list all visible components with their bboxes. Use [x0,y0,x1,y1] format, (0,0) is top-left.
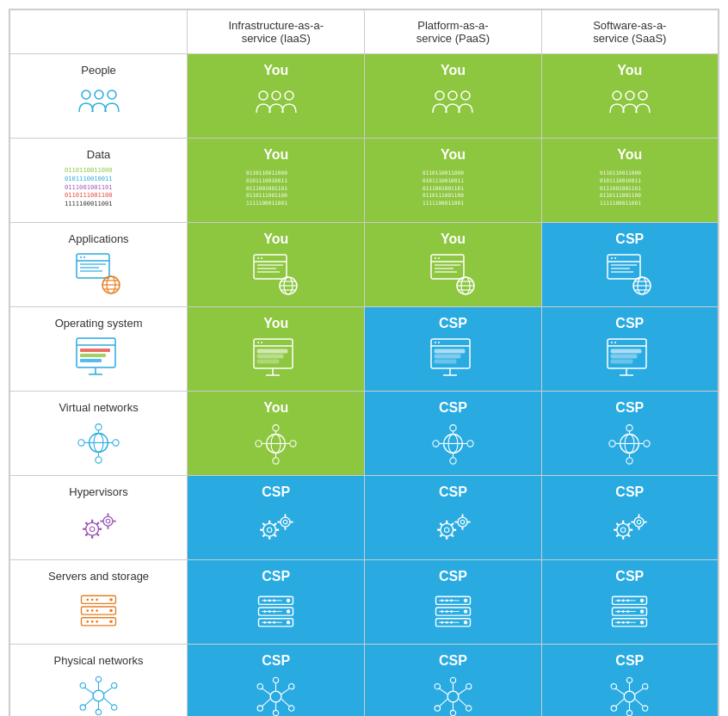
svg-point-238 [287,599,290,602]
svg-point-240 [264,599,267,602]
cell-os-paas: CSP [365,307,541,392]
svg-rect-92 [257,355,283,358]
svg-line-315 [281,688,289,694]
cell-icon-people-iaas [250,82,302,129]
row-icon-physnet [17,672,180,717]
svg-point-252 [264,620,267,623]
svg-point-206 [617,523,630,536]
cell-icon-applications-iaas [250,250,302,298]
svg-point-207 [621,528,626,533]
cell-icon-os-paas [427,335,478,382]
svg-point-259 [446,599,448,602]
svg-line-164 [85,522,88,525]
svg-point-314 [289,705,294,710]
svg-line-215 [617,534,620,536]
svg-line-313 [281,699,289,706]
svg-point-217 [638,520,642,524]
svg-point-226 [96,598,98,601]
cell-icon-network-iaas [250,419,302,466]
cell-icon-os-saas [604,335,656,382]
svg-text:0110110011000: 0110110011000 [65,166,113,174]
svg-text:0110110011000: 0110110011000 [423,170,464,176]
svg-text:0110110011000: 0110110011000 [600,170,641,176]
cell-data-iaas: You 011011001100001011100100110111001001… [188,139,365,223]
svg-point-265 [446,610,448,613]
svg-point-295 [80,682,85,688]
svg-point-119 [113,440,119,446]
cell-os-saas: CSP [541,307,718,392]
svg-line-182 [275,522,277,525]
svg-point-262 [464,609,467,613]
row-icon-data: 0110110011000010111001001101110010011010… [17,166,180,213]
svg-point-274 [641,599,645,602]
svg-point-123 [96,457,102,463]
svg-text:1111100011001: 1111100011001 [600,200,641,206]
cell-icon-network-saas [604,419,656,466]
svg-line-339 [635,699,643,706]
svg-rect-91 [257,349,287,353]
svg-rect-82 [80,349,110,352]
svg-point-134 [273,457,279,463]
svg-text:1111100011001: 1111100011001 [65,200,113,207]
svg-point-282 [618,610,620,613]
svg-point-236 [96,620,98,623]
svg-rect-109 [611,349,641,353]
svg-point-332 [627,677,632,682]
svg-point-270 [441,620,443,623]
svg-point-168 [103,516,113,526]
svg-text:0101110010011: 0101110010011 [423,177,464,183]
svg-rect-83 [80,354,106,357]
svg-point-229 [86,609,89,612]
svg-point-342 [643,683,648,688]
cell-applications-iaas: You [188,223,365,307]
svg-point-152 [644,440,650,446]
svg-rect-102 [435,360,456,363]
svg-line-302 [104,688,112,693]
cell-physnet-iaas: CSP [188,645,365,717]
row-label-servers: Servers and storage [10,560,188,645]
svg-point-228 [109,609,113,613]
svg-point-256 [464,599,467,602]
svg-point-290 [627,620,630,623]
cell-icon-hypervisors-iaas [250,503,302,551]
svg-point-317 [447,691,459,702]
svg-line-341 [635,688,643,694]
svg-text:0111001001101: 0111001001101 [600,185,641,191]
svg-line-199 [440,534,442,536]
svg-text:0101110010011: 0101110010011 [65,175,113,182]
cell-servers-iaas: CSP [188,560,365,645]
svg-point-325 [450,710,455,715]
svg-point-234 [86,620,89,623]
svg-line-165 [96,534,99,536]
cell-icon-physnet-paas [427,672,478,716]
svg-point-268 [464,620,467,624]
cell-icon-os-iaas [250,335,302,382]
svg-line-296 [85,698,93,705]
svg-rect-111 [611,360,632,363]
svg-point-319 [450,677,455,682]
col-header-empty [10,10,188,54]
row-label-people: People [10,54,188,139]
svg-point-312 [274,710,279,715]
svg-point-190 [441,523,453,536]
svg-point-130 [290,440,296,446]
cell-icon-hypervisors-saas [604,503,656,551]
row-label-applications: Applications [10,223,188,307]
svg-point-184 [281,517,290,527]
cell-data-paas: You 011011001100001011100100110111001001… [365,139,541,223]
svg-point-145 [450,457,456,463]
cell-icon-network-paas [427,419,478,466]
svg-point-225 [91,598,94,601]
svg-point-132 [273,424,279,430]
svg-point-336 [611,705,616,710]
svg-line-294 [85,688,93,693]
cell-physnet-saas: CSP [541,645,718,717]
cell-people-iaas: You [188,54,365,139]
svg-point-158 [86,522,99,535]
svg-point-191 [444,528,449,533]
cell-os-iaas: You [188,307,365,392]
svg-point-303 [112,682,117,688]
svg-rect-105 [608,339,646,368]
cell-physnet-paas: CSP [365,645,541,717]
cell-servers-paas: CSP [365,560,541,645]
